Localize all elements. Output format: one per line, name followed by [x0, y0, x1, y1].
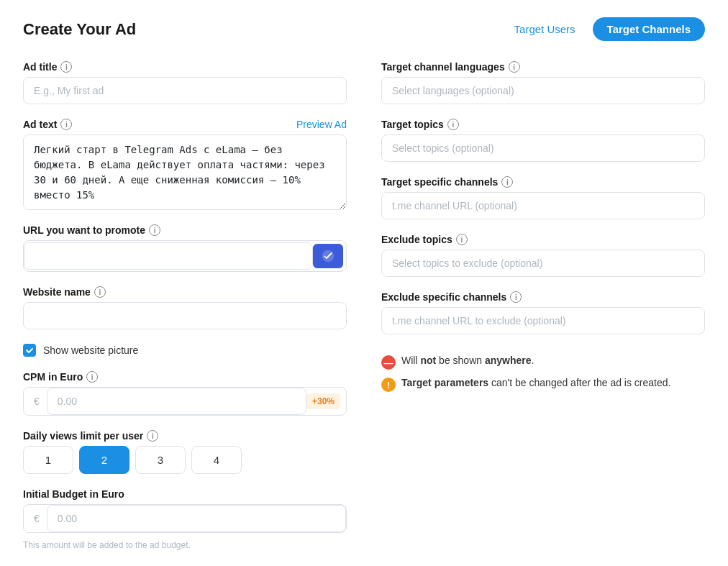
- website-name-info-icon[interactable]: i: [94, 286, 106, 298]
- topics-info-icon[interactable]: i: [447, 119, 459, 130]
- target-users-button[interactable]: Target Users: [503, 17, 587, 41]
- exclude-topics-group: Exclude topics i: [381, 234, 705, 277]
- budget-input-wrapper: €: [23, 504, 347, 533]
- exclude-channels-input[interactable]: [381, 307, 705, 334]
- specific-channels-input[interactable]: [381, 192, 705, 219]
- main-grid: Ad title i Ad text i Preview Ad Легкий с…: [23, 61, 705, 550]
- cpm-euro-symbol: €: [24, 388, 47, 414]
- views-option-4[interactable]: 4: [191, 446, 242, 474]
- cpm-input[interactable]: [47, 388, 306, 415]
- website-name-group: Website name i eLama: [23, 286, 347, 329]
- cpm-badge: +30%: [306, 393, 340, 409]
- ad-title-input[interactable]: [23, 77, 347, 104]
- specific-channels-info-icon[interactable]: i: [501, 176, 513, 188]
- ad-text-label-row: Ad text i Preview Ad: [23, 119, 347, 130]
- ad-title-group: Ad title i: [23, 61, 347, 104]
- url-field-wrapper: https://try.elama.ru/telegram_ads?erid=e…: [23, 240, 347, 272]
- warning-not-shown-icon: [381, 355, 396, 370]
- url-input[interactable]: https://try.elama.ru/telegram_ads?erid=e…: [24, 242, 313, 270]
- languages-input[interactable]: [381, 77, 705, 104]
- show-picture-label: Show website picture: [43, 344, 138, 356]
- exclude-topics-info-icon[interactable]: i: [456, 234, 468, 245]
- cpm-input-wrapper: € +30%: [23, 387, 347, 416]
- exclude-channels-group: Exclude specific channels i: [381, 291, 705, 334]
- daily-views-group: Daily views limit per user i 1 2 3 4: [23, 430, 347, 474]
- languages-group: Target channel languages i: [381, 61, 705, 104]
- url-info-icon[interactable]: i: [149, 224, 160, 236]
- ad-title-info-icon[interactable]: i: [60, 61, 72, 73]
- budget-hint: This amount will be added to the ad budg…: [23, 540, 347, 550]
- website-name-input[interactable]: eLama: [23, 302, 347, 329]
- budget-group: Initial Budget in Euro € This amount wil…: [23, 488, 347, 550]
- views-option-1[interactable]: 1: [23, 446, 73, 474]
- budget-input[interactable]: [47, 505, 346, 532]
- warning-block: Will not be shown anywhere. Target param…: [381, 355, 705, 392]
- warning-not-shown: Will not be shown anywhere.: [381, 355, 705, 370]
- url-group: URL you want to promote i https://try.el…: [23, 224, 347, 272]
- views-limit-row: 1 2 3 4: [23, 446, 347, 474]
- warning-target-params: Target parameters can't be changed after…: [381, 377, 705, 392]
- languages-info-icon[interactable]: i: [509, 61, 520, 73]
- daily-views-info-icon[interactable]: i: [147, 430, 158, 442]
- ad-text-info-icon[interactable]: i: [60, 119, 72, 130]
- preview-ad-link[interactable]: Preview Ad: [296, 119, 347, 130]
- topics-group: Target topics i: [381, 119, 705, 162]
- page-header: Create Your Ad Target Users Target Chann…: [23, 17, 705, 41]
- show-picture-row[interactable]: Show website picture: [23, 344, 347, 357]
- cpm-info-icon[interactable]: i: [86, 371, 98, 383]
- header-nav: Target Users Target Channels: [503, 17, 705, 41]
- ad-text-group: Ad text i Preview Ad Легкий старт в Tele…: [23, 119, 347, 210]
- exclude-channels-info-icon[interactable]: i: [510, 291, 522, 303]
- url-telegram-button[interactable]: [313, 244, 343, 268]
- topics-input[interactable]: [381, 134, 705, 162]
- ad-title-label: Ad title i: [23, 61, 347, 73]
- specific-channels-group: Target specific channels i: [381, 176, 705, 219]
- cpm-group: CPM in Euro i € +30%: [23, 371, 347, 416]
- show-picture-checkbox[interactable]: [23, 344, 36, 357]
- right-column: Target channel languages i Target topics…: [381, 61, 705, 550]
- exclude-topics-input[interactable]: [381, 250, 705, 277]
- warning-target-params-icon: [381, 378, 396, 392]
- page-title: Create Your Ad: [23, 20, 136, 39]
- views-option-2[interactable]: 2: [79, 446, 129, 474]
- left-column: Ad title i Ad text i Preview Ad Легкий с…: [23, 61, 347, 550]
- ad-text-textarea[interactable]: Легкий старт в Telegram Ads с eLama — бе…: [23, 134, 347, 210]
- views-option-3[interactable]: 3: [135, 446, 186, 474]
- budget-euro-symbol: €: [24, 506, 47, 531]
- target-channels-button[interactable]: Target Channels: [593, 17, 705, 41]
